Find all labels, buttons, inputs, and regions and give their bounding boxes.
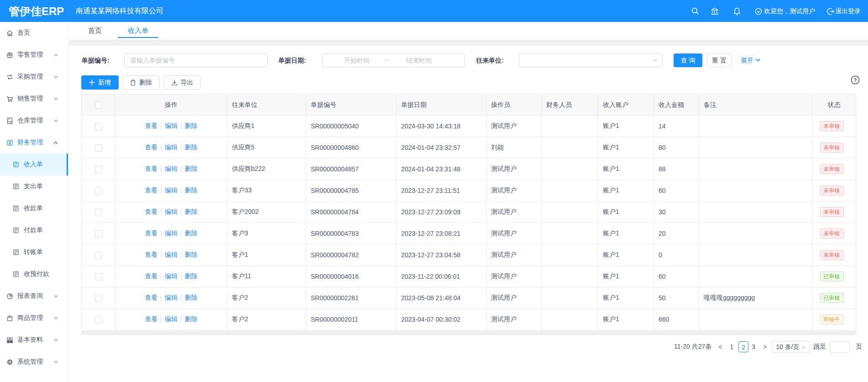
svg-text:?: ?: [853, 77, 857, 83]
